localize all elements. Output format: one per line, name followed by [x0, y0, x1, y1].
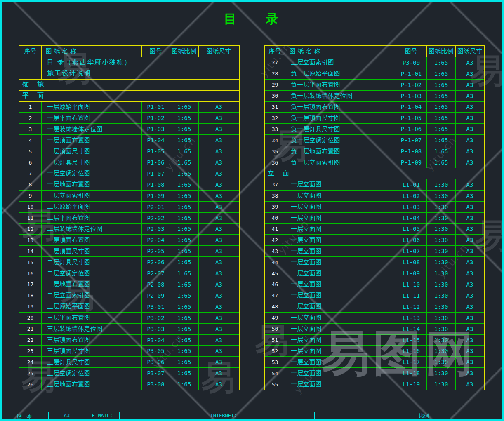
code-cell: L1-10: [396, 279, 427, 290]
serial-cell: 55: [265, 379, 285, 390]
serial-cell: 28: [265, 68, 285, 79]
serial-cell: 9: [19, 191, 42, 201]
name-cell: 三层装饰墙体定位图: [42, 324, 142, 334]
serial-cell: 24: [19, 357, 42, 367]
table-row: 43一层立面图L1-071:30A3: [265, 246, 484, 257]
title-block-divider: [48, 412, 49, 420]
code-cell: L1-09: [396, 268, 427, 279]
table-row: 52一层立面图L1-161:30A3: [265, 346, 484, 357]
size-cell: A3: [456, 235, 484, 245]
name-cell: 一层立面图: [285, 346, 396, 356]
scale-cell: 1:65: [170, 235, 199, 245]
code-cell: P3-04: [142, 335, 170, 346]
size-cell: A3: [199, 324, 239, 334]
scale-cell: 1:30: [427, 313, 456, 323]
section-label: 饰 施: [19, 80, 239, 90]
code-cell: P-1-07: [396, 135, 427, 146]
code-cell: P3-02: [142, 313, 170, 323]
drawing-number-label-char: 号: [26, 414, 32, 419]
header-cell: 序号: [265, 46, 285, 57]
scale-cell: 1:30: [427, 346, 456, 356]
serial-cell: 42: [265, 235, 285, 245]
serial-cell: 22: [19, 335, 42, 346]
name-cell: 三层顶面尺寸图: [42, 346, 142, 356]
header-cell: 图 纸 名 称: [42, 46, 142, 57]
serial-cell: 49: [265, 313, 285, 323]
size-cell: A3: [456, 124, 484, 134]
code-cell: P-1-01: [396, 68, 427, 79]
table-row: 2一层平面布置图P1-021:65A3: [19, 113, 239, 124]
name-cell: 一层顶面尺寸图: [42, 146, 142, 157]
scale-cell: 1:65: [170, 279, 199, 290]
code-cell: P-1-02: [396, 80, 427, 90]
size-cell: A3: [199, 346, 239, 356]
serial-cell: 38: [265, 191, 285, 201]
name-cell: 一层立面图: [285, 224, 396, 235]
size-cell: A3: [456, 268, 484, 279]
serial-cell: 32: [265, 113, 285, 123]
code-cell: P3-08: [142, 379, 170, 390]
name-cell: 一层立面图: [285, 235, 396, 245]
header-cell: 序号: [19, 46, 42, 57]
name-cell: 一层立面图: [285, 368, 396, 379]
scale-cell: 1:30: [427, 368, 456, 379]
size-cell: A3: [456, 346, 484, 356]
table-row: 12二层装饰墙体定位图P2-031:65A3: [19, 224, 239, 235]
table-row: 42一层立面图L1-061:30A3: [265, 235, 484, 246]
size-cell: A3: [456, 91, 484, 101]
code-cell: L1-12: [396, 301, 427, 312]
table-row: 5一层顶面尺寸图P1-051:65A3: [19, 146, 239, 157]
scale-cell: 1:30: [427, 279, 456, 290]
table-row: 41一层立面图L1-051:30A3: [265, 224, 484, 235]
scale-cell: 1:65: [170, 124, 199, 134]
scale-cell: 1:30: [427, 179, 456, 190]
code-cell: P-1-09: [396, 157, 427, 168]
span-row: 施工设计说明: [19, 68, 239, 80]
cad-catalog-sheet: 目 录 序号图 纸 名 称图号图纸比例图纸尺寸目 录（燕西华府小独栋）施工设计说…: [0, 0, 504, 421]
scale-cell: 1:65: [170, 379, 199, 390]
code-cell: L1-06: [396, 235, 427, 245]
code-cell: P-1-03: [396, 91, 427, 101]
table-row: 11二层平面布置图P2-021:65A3: [19, 213, 239, 224]
size-cell: A3: [199, 368, 239, 379]
serial-cell: 44: [265, 257, 285, 268]
table-row: 8一层地面布置图P1-081:65A3: [19, 179, 239, 191]
size-cell: A3: [199, 268, 239, 279]
serial-cell: 4: [19, 135, 42, 146]
header-cell: 图纸比例: [427, 46, 456, 57]
size-cell: A3: [456, 191, 484, 201]
name-cell: 一层地面布置图: [42, 179, 142, 190]
serial-cell: 26: [19, 379, 42, 390]
title-block-divider: [119, 412, 120, 420]
table-row: 27三层立面索引图P3-091:65A3: [265, 57, 484, 68]
title-block-divider: [85, 412, 85, 420]
name-cell: 一层立面图: [285, 313, 396, 323]
size-cell: A3: [199, 335, 239, 346]
size-cell: A3: [199, 191, 239, 201]
table-row: 17二层地面布置图P2-081:65A3: [19, 279, 239, 290]
scale-cell: 1:30: [427, 257, 456, 268]
name-cell: 一层立面图: [285, 213, 396, 223]
table-row: 37一层立面图L1-011:30A3: [265, 179, 484, 191]
size-cell: A3: [199, 124, 239, 134]
serial-cell: 3: [19, 124, 42, 134]
name-cell: 负一层平面布置图: [285, 80, 396, 90]
scale-cell: 1:65: [170, 335, 199, 346]
table-row: 3一层装饰墙体定位图P1-031:65A3: [19, 124, 239, 135]
name-cell: 一层立面图: [285, 301, 396, 312]
serial-cell: 30: [265, 91, 285, 101]
serial-cell: 48: [265, 301, 285, 312]
serial-cell: 33: [265, 124, 285, 134]
code-cell: L1-17: [396, 357, 427, 367]
size-cell: A3: [199, 235, 239, 245]
serial-cell: 23: [19, 346, 42, 356]
size-cell: A3: [456, 146, 484, 157]
table-row: 23三层顶面尺寸图P3-051:65A3: [19, 346, 239, 357]
size-cell: A3: [199, 301, 239, 312]
name-cell: 一层顶面布置图: [42, 135, 142, 146]
name-cell: 二层装饰墙体定位图: [42, 224, 142, 235]
code-cell: P2-09: [142, 290, 170, 301]
scale-cell: 1:65: [170, 179, 199, 190]
size-cell: A3: [199, 313, 239, 323]
serial-cell: 51: [265, 335, 285, 346]
